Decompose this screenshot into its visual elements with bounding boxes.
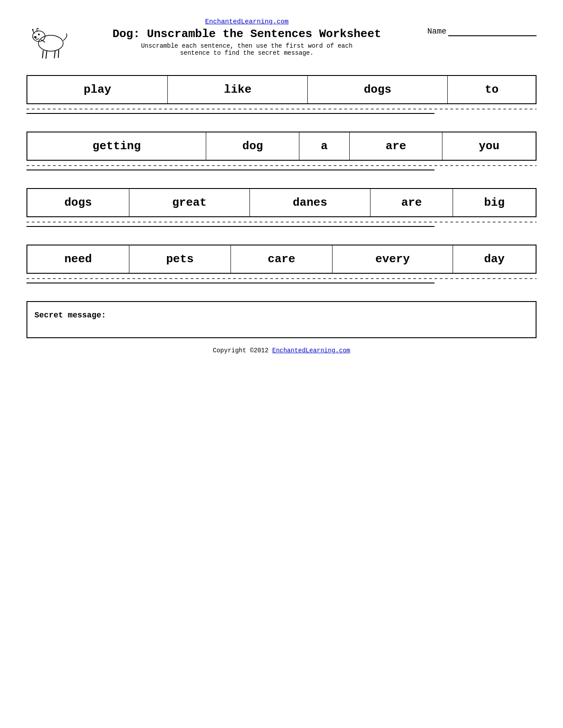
word-table-4: need pets care every day: [26, 245, 537, 274]
footer-site-link[interactable]: EnchantedLearning.com: [272, 347, 350, 354]
sentence-1: play like dogs to: [26, 75, 537, 114]
word-3-3: danes: [250, 189, 370, 217]
word-table-1: play like dogs to: [26, 75, 537, 104]
solid-line-3: [26, 226, 435, 227]
name-label: Name: [427, 27, 446, 36]
answer-lines-4: [26, 278, 537, 283]
answer-lines-1: [26, 109, 537, 114]
copyright-year: ©2012: [250, 347, 268, 354]
copyright-text: Copyright: [213, 347, 246, 354]
page-header: EnchantedLearning.com Dog: Unscramble th…: [26, 18, 537, 62]
solid-line-2: [26, 170, 435, 170]
page-title: Dog: Unscramble the Sentences Worksheet: [79, 27, 414, 41]
dotted-line-4: [26, 278, 537, 279]
svg-point-3: [38, 34, 40, 35]
word-3-5: big: [453, 189, 536, 217]
svg-line-5: [46, 51, 47, 59]
word-table-2: getting dog a are you: [26, 132, 537, 161]
solid-line-1: [26, 113, 435, 114]
word-1-1: play: [27, 75, 168, 104]
word-4-2: pets: [129, 245, 230, 273]
word-1-3: dogs: [308, 75, 448, 104]
sentence-3: dogs great danes are big: [26, 188, 537, 227]
answer-lines-2: [26, 165, 537, 170]
dotted-line-1: [26, 109, 537, 109]
svg-line-6: [54, 50, 55, 58]
subtitle-line2: sentence to find the secret message.: [79, 49, 414, 57]
dotted-line-2: [26, 165, 537, 166]
name-field: Name: [427, 18, 537, 36]
site-link[interactable]: EnchantedLearning.com: [79, 18, 414, 26]
svg-point-2: [34, 36, 37, 38]
sentence-4: need pets care every day: [26, 245, 537, 283]
svg-point-0: [38, 35, 63, 51]
word-2-3: a: [299, 132, 350, 160]
svg-line-4: [42, 50, 43, 58]
word-3-2: great: [129, 189, 249, 217]
header-text-block: EnchantedLearning.com Dog: Unscramble th…: [79, 18, 414, 57]
secret-message-label: Secret message:: [34, 311, 106, 320]
solid-line-4: [26, 283, 435, 283]
word-1-4: to: [448, 75, 536, 104]
word-1-2: like: [168, 75, 308, 104]
word-4-3: care: [230, 245, 332, 273]
word-2-5: you: [442, 132, 536, 160]
svg-point-1: [33, 31, 45, 41]
name-input-line[interactable]: [448, 26, 537, 36]
page-footer: Copyright ©2012 EnchantedLearning.com: [26, 347, 537, 354]
dotted-line-3: [26, 222, 537, 223]
svg-line-7: [58, 50, 59, 58]
secret-message-box: Secret message:: [26, 301, 537, 338]
word-2-4: are: [349, 132, 442, 160]
dog-illustration: [26, 18, 71, 62]
word-table-3: dogs great danes are big: [26, 188, 537, 217]
sentence-2: getting dog a are you: [26, 132, 537, 170]
word-2-1: getting: [27, 132, 206, 160]
word-3-4: are: [370, 189, 453, 217]
word-4-4: every: [333, 245, 453, 273]
word-3-1: dogs: [27, 189, 129, 217]
word-4-1: need: [27, 245, 129, 273]
subtitle-line1: Unscramble each sentence, then use the f…: [79, 42, 414, 49]
answer-lines-3: [26, 222, 537, 227]
word-4-5: day: [453, 245, 536, 273]
word-2-2: dog: [206, 132, 299, 160]
